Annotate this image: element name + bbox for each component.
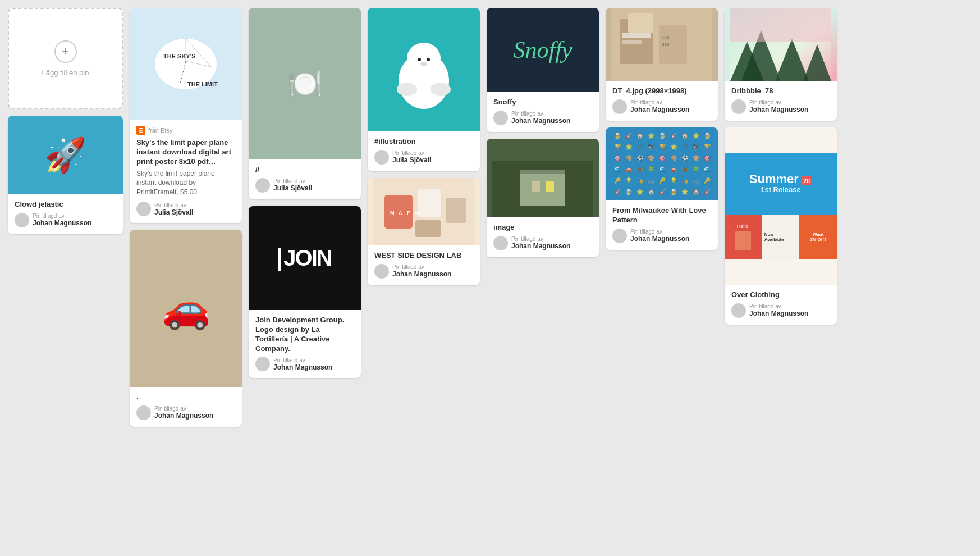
svg-text:🍺: 🍺 [625, 188, 633, 195]
svg-text:THE SKY'S: THE SKY'S [163, 53, 196, 60]
pin-meta-sky: Pin tillagd av Julia Sjövall [136, 202, 235, 216]
svg-text:M: M [390, 210, 395, 216]
svg-text:🎸: 🎸 [659, 188, 666, 195]
svg-text:⚽: ⚽ [681, 154, 689, 162]
pin-image-dribbble [725, 8, 837, 81]
add-pin-label: Lägg till en pin [42, 69, 89, 77]
svg-text:🎪: 🎪 [670, 166, 677, 173]
pin-meta-westside: Pin tillagd av Johan Magnusson [374, 264, 473, 279]
svg-point-7 [407, 43, 441, 74]
card-body-car: . Pin tillagd av Johan Magnusson [130, 387, 242, 427]
pinned-by-join: Pin tillagd av [273, 357, 332, 363]
avatar-js-sky [136, 202, 151, 216]
avatar-jm-snoffy [493, 111, 508, 125]
svg-rect-34 [622, 33, 651, 38]
svg-text:🦅: 🦅 [648, 143, 655, 151]
svg-text:🌟: 🌟 [625, 143, 633, 151]
card-body-clowd: Clowd jelastic Pin tillagd av Johan Magn… [8, 194, 123, 234]
pin-meta-dribbble: Pin tillagd av Johan Magnusson [731, 99, 830, 114]
card-body-plates: // Pin tillagd av Julia Sjövall [249, 159, 361, 199]
pin-card-bear: #illustration Pin tillagd av Julia Sjöva… [368, 8, 480, 171]
pin-image-join: JOIN [249, 206, 361, 310]
avatar-jm [15, 213, 29, 227]
card-body-overclothing: Over Clothing Pin tillagd av Johan Magnu… [725, 285, 837, 325]
card-title-house: image [493, 223, 592, 233]
pin-image-overclothing: Summer 20 1st Release Hello. Now Availab… [725, 127, 837, 285]
pinner-name-overclothing: Johan Magnusson [749, 309, 808, 317]
svg-point-8 [411, 49, 420, 58]
pinned-by-dt4: Pin tillagd av [630, 99, 689, 106]
card-body-snoffy: Snoffy Pin tillagd av Johan Magnusson [487, 92, 599, 132]
svg-text:🎯: 🎯 [704, 154, 711, 162]
avatar-js-bear [374, 150, 389, 165]
avatar-jm-car [136, 405, 151, 420]
column-1: THE SKY'S THE LIMIT E från Etsy Sky's th… [130, 8, 242, 427]
svg-text:🍺: 🍺 [704, 132, 711, 139]
pin-meta-dt4: Pin tillagd av Johan Magnusson [612, 99, 711, 114]
svg-text:125: 125 [662, 35, 670, 40]
pinned-by-sky: Pin tillagd av [154, 202, 193, 208]
svg-rect-29 [520, 170, 565, 174]
pin-card-overclothing: Summer 20 1st Release Hello. Now Availab… [725, 127, 837, 325]
pin-card-house: image Pin tillagd av Johan Magnusson [487, 139, 599, 257]
svg-text:⭐: ⭐ [681, 188, 689, 195]
svg-text:🍺: 🍺 [614, 132, 621, 139]
pin-image-dt4: 125 595 [606, 8, 718, 81]
svg-text:A: A [399, 210, 402, 216]
svg-text:🦋: 🦋 [681, 166, 689, 173]
card-title-pattern: From Milwaukee With Love Pattern [612, 206, 711, 225]
pin-meta-pattern: Pin tillagd av Johan Magnusson [612, 229, 711, 243]
svg-text:🌊: 🌊 [659, 166, 666, 173]
card-title-westside: WEST SIDE DESIGN LAB [374, 251, 473, 261]
pin-meta-plates: Pin tillagd av Julia Sjövall [255, 178, 354, 193]
avatar-jm-join [255, 357, 270, 371]
svg-text:🚲: 🚲 [648, 177, 655, 184]
card-body-house: image Pin tillagd av Johan Magnusson [487, 217, 599, 257]
svg-rect-98 [730, 8, 831, 42]
svg-point-13 [397, 83, 417, 96]
svg-text:🎵: 🎵 [681, 143, 689, 151]
avatar-jm-overclothing [731, 303, 746, 318]
pin-meta-clowd: Pin tillagd av Johan Magnusson [15, 213, 116, 227]
pin-card-sky: THE SKY'S THE LIMIT E från Etsy Sky's th… [130, 8, 242, 223]
svg-text:THE LIMIT: THE LIMIT [187, 81, 218, 88]
svg-text:🌟: 🌟 [670, 143, 677, 151]
card-body-sky: E från Etsy Sky's the limit paper plane … [130, 120, 242, 223]
column-0: + Lägg till en pin 🚀 Clowd jelastic Pin … [8, 8, 123, 234]
svg-text:🍕: 🍕 [625, 154, 633, 162]
svg-text:🏆: 🏆 [704, 143, 711, 151]
pinner-name-join: Johan Magnusson [273, 363, 332, 371]
svg-text:💡: 💡 [625, 177, 633, 184]
svg-text:🎨: 🎨 [648, 154, 655, 162]
svg-text:🏆: 🏆 [659, 143, 666, 151]
source-badge-etsy: E från Etsy [136, 126, 235, 135]
svg-text:🎯: 🎯 [659, 154, 666, 162]
svg-text:🎸: 🎸 [704, 188, 711, 195]
svg-rect-33 [628, 13, 653, 33]
pin-image-pattern: 🍺🎸🏠⭐🍺🎸🏠⭐🍺 🏆🌟🎵🦅🏆🌟🎵🦅🏆 🎯🍕⚽🎨🎯🍕⚽🎨🎯 🌊🎪🦋🍀🌊🎪🦋🍀🌊 … [606, 127, 718, 200]
pinner-name-house: Johan Magnusson [511, 242, 570, 250]
pinned-by-westside: Pin tillagd av [392, 264, 451, 270]
pin-image-bear [368, 8, 480, 131]
add-pin-card[interactable]: + Lägg till en pin [8, 8, 123, 109]
pin-card-join: JOIN Join Development Group. Logo design… [249, 206, 361, 379]
pin-meta-car: Pin tillagd av Johan Magnusson [136, 405, 235, 420]
svg-rect-27 [532, 181, 540, 192]
svg-point-10 [418, 58, 421, 61]
pin-image-rocket: 🚀 [8, 116, 123, 194]
pinner-name-car: Johan Magnusson [154, 412, 213, 420]
card-body-bear: #illustration Pin tillagd av Julia Sjöva… [368, 131, 480, 171]
svg-point-14 [431, 83, 451, 96]
pinned-by-dribbble: Pin tillagd av [749, 99, 808, 106]
svg-text:🎯: 🎯 [614, 154, 621, 162]
pin-meta-bear: Pin tillagd av Julia Sjövall [374, 150, 473, 165]
card-body-join: Join Development Group. Logo design by L… [249, 310, 361, 379]
avatar-jm-dt4 [612, 99, 627, 114]
svg-rect-17 [418, 189, 441, 217]
card-body-dribbble: Dribbble_78 Pin tillagd av Johan Magnuss… [725, 81, 837, 121]
pinner-name-westside: Johan Magnusson [392, 270, 451, 278]
svg-rect-19 [415, 220, 441, 237]
card-title-bear: #illustration [374, 137, 473, 147]
etsy-icon: E [136, 126, 145, 135]
svg-rect-26 [520, 172, 565, 206]
